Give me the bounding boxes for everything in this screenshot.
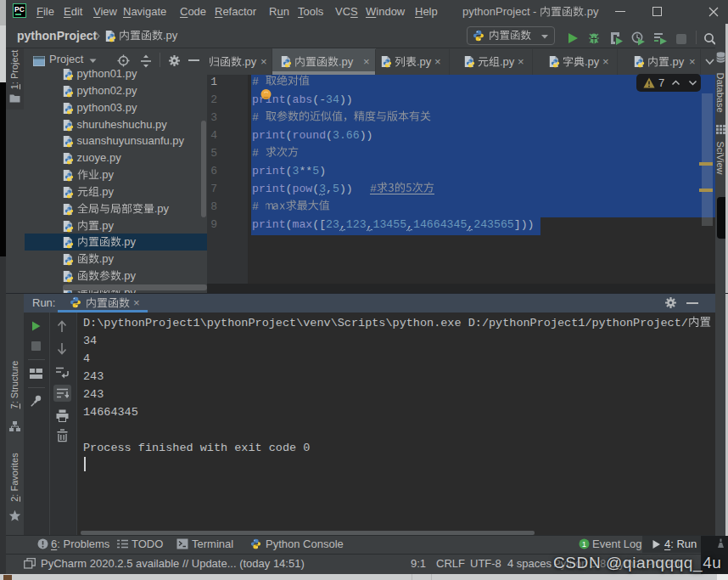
- svg-text:1: 1: [582, 539, 586, 549]
